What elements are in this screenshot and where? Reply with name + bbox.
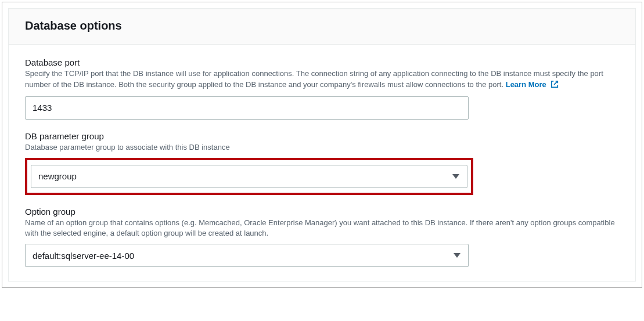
option-group-select[interactable]: default:sqlserver-ee-14-00 <box>25 244 469 267</box>
database-port-label: Database port <box>25 57 619 67</box>
card-header: Database options <box>9 9 635 45</box>
database-port-input[interactable] <box>25 96 469 120</box>
db-parameter-group-field: DB parameter group Database parameter gr… <box>25 131 619 195</box>
db-parameter-group-label: DB parameter group <box>25 131 619 141</box>
option-group-field: Option group Name of an option group tha… <box>25 207 619 268</box>
card-title: Database options <box>25 19 619 33</box>
option-group-label: Option group <box>25 207 619 217</box>
db-parameter-group-description: Database parameter group to associate wi… <box>25 142 619 153</box>
database-options-card: Database options Database port Specify t… <box>8 8 636 282</box>
db-parameter-group-select[interactable]: newgroup <box>31 165 467 188</box>
external-link-icon <box>551 80 559 92</box>
database-port-field: Database port Specify the TCP/IP port th… <box>25 57 619 120</box>
learn-more-text: Learn More <box>506 80 546 89</box>
option-group-select-wrap: default:sqlserver-ee-14-00 <box>25 244 469 267</box>
db-parameter-group-highlight: newgroup <box>25 158 473 195</box>
database-port-description: Specify the TCP/IP port that the DB inst… <box>25 68 619 92</box>
db-parameter-group-select-wrap: newgroup <box>31 165 467 188</box>
panel-frame: Database options Database port Specify t… <box>2 2 642 288</box>
option-group-description: Name of an option group that contains op… <box>25 218 619 240</box>
learn-more-link[interactable]: Learn More <box>506 80 559 89</box>
card-body: Database port Specify the TCP/IP port th… <box>9 45 635 281</box>
